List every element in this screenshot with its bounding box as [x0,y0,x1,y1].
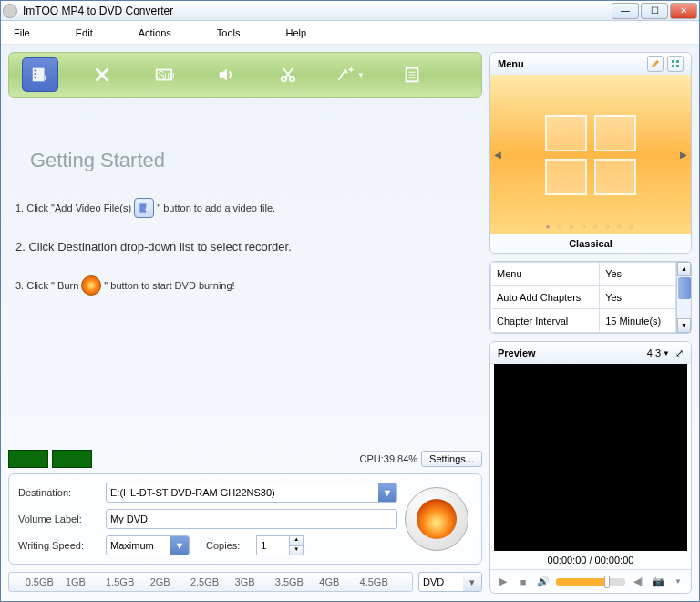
template-pager: ● ○ ○ ○ ○ ○ ○ ○ [490,223,691,231]
svg-rect-17 [676,60,679,63]
writing-speed-label: Writing Speed: [18,540,98,551]
scroll-down-icon[interactable]: ▼ [677,318,691,333]
volume-label-label: Volume Label: [18,514,98,524]
snapshot-button[interactable]: 📷 [651,575,665,589]
step-3: 3. Click " Burn " button to start DVD bu… [15,275,477,296]
svg-text:+: + [145,206,149,213]
chevron-down-icon: ▼ [663,349,670,358]
volume-slider[interactable] [556,578,625,586]
preview-screen [494,364,687,551]
fullscreen-button[interactable]: ⤢ [675,348,684,359]
svg-rect-19 [676,65,679,67]
menubar: File Edit Actions Tools Help [1,21,699,45]
menu-panel-title: Menu [498,58,643,69]
svg-rect-18 [672,65,674,67]
aspect-ratio[interactable]: 4:3 [647,348,661,358]
titlebar: ImTOO MP4 to DVD Converter — ☐ ✕ [1,1,699,21]
destination-label: Destination: [18,487,98,498]
copies-label: Copies: [206,540,240,551]
svg-rect-16 [672,60,674,63]
preview-controls: ▶ ■ 🔊 ◀| 📷 ▼ [490,569,691,593]
play-button[interactable]: ▶ [496,575,510,589]
table-row: Chapter Interval15 Minute(s) [491,309,676,333]
app-icon [3,4,17,18]
preview-panel: Preview 4:3▼ ⤢ 00:00:00 / 00:00:00 ▶ ■ 🔊… [489,341,692,594]
size-bar: 0.5GB 1GB 1.5GB 2GB 2.5GB 3GB 3.5GB 4GB … [8,570,482,594]
menu-templates-button[interactable] [667,56,684,72]
audio-button[interactable] [208,57,244,92]
properties-grid: MenuYes Auto Add ChaptersYes Chapter Int… [489,261,692,334]
effects-button[interactable]: ✦▼ [332,57,368,92]
burn-button[interactable] [405,487,468,551]
window-title: ImTOO MP4 to DVD Converter [23,5,612,17]
svg-rect-1 [35,70,36,72]
svg-rect-2 [35,73,36,75]
chevron-down-icon[interactable]: ▼ [671,575,685,589]
menu-template-preview: ◀ ▶ ● ○ ○ ○ ○ ○ ○ ○ [490,75,691,234]
table-row: MenuYes [491,263,676,286]
fire-icon [417,499,457,539]
step-back-button[interactable]: ◀| [631,575,645,589]
chevron-down-icon: ▼ [378,483,396,502]
cpu-chart-1 [8,450,48,468]
close-button[interactable]: ✕ [670,3,697,19]
menu-help[interactable]: Help [280,25,312,41]
getting-started-heading: Getting Started [30,149,477,172]
main-toolbar: + Sub ✦▼ [8,52,482,98]
properties-scrollbar[interactable]: ▲ ▼ [676,262,691,333]
table-row: Auto Add ChaptersYes [491,285,676,309]
add-file-icon: + [134,198,154,218]
subtitle-button[interactable]: Sub [146,57,182,92]
preview-time: 00:00:00 / 00:00:00 [490,551,691,569]
cpu-label: CPU:39.84% [359,453,417,464]
step-2: 2. Click Destination drop-down list to s… [15,240,477,254]
spin-up-icon[interactable]: ▲ [289,535,304,545]
settings-button[interactable]: Settings... [421,451,482,467]
disc-type-select[interactable]: DVD▾ [418,572,482,592]
menu-file[interactable]: File [8,25,36,41]
volume-label-input[interactable] [106,509,397,529]
clip-button[interactable] [270,57,306,92]
burn-panel: Destination: E:(HL-DT-ST DVD-RAM GH22NS3… [8,473,482,565]
size-ruler: 0.5GB 1GB 1.5GB 2GB 2.5GB 3GB 3.5GB 4GB … [8,572,413,592]
maximize-button[interactable]: ☐ [641,3,668,19]
stop-button[interactable]: ■ [516,575,530,589]
volume-icon[interactable]: 🔊 [536,575,551,589]
chevron-down-icon: ▼ [170,536,189,555]
svg-text:✦: ✦ [347,65,355,75]
svg-text:Sub: Sub [159,70,174,80]
delete-button[interactable] [84,57,120,92]
add-video-button[interactable]: + [22,57,58,92]
edit-menu-button[interactable] [647,56,664,72]
menu-tools[interactable]: Tools [211,25,246,41]
cpu-bar: CPU:39.84% Settings... [8,450,482,468]
copies-stepper[interactable]: ▲▼ [256,535,304,555]
getting-started-panel: Getting Started 1. Click "Add Video File… [8,103,482,444]
template-name: Classical [490,234,691,253]
cpu-chart-2 [52,450,92,468]
spin-down-icon[interactable]: ▼ [289,545,304,555]
menu-actions[interactable]: Actions [133,25,177,41]
step-1: 1. Click "Add Video File(s) + " button t… [15,198,477,218]
menu-template-panel: Menu ◀ ▶ ● ○ ○ ○ ○ ○ ○ ○ Classical [489,52,692,254]
minimize-button[interactable]: — [612,3,639,19]
menu-edit[interactable]: Edit [70,25,98,41]
prev-template-button[interactable]: ◀ [492,144,503,166]
burn-icon [81,275,101,296]
svg-text:+: + [43,73,48,83]
svg-rect-3 [35,77,36,78]
preview-title: Preview [498,348,647,358]
writing-speed-select[interactable]: Maximum▼ [106,535,190,555]
chevron-down-icon: ▾ [463,573,481,591]
scroll-up-icon[interactable]: ▲ [677,262,691,276]
properties-button[interactable] [394,57,430,92]
next-template-button[interactable]: ▶ [678,144,689,166]
destination-select[interactable]: E:(HL-DT-ST DVD-RAM GH22NS30)▼ [106,483,397,503]
